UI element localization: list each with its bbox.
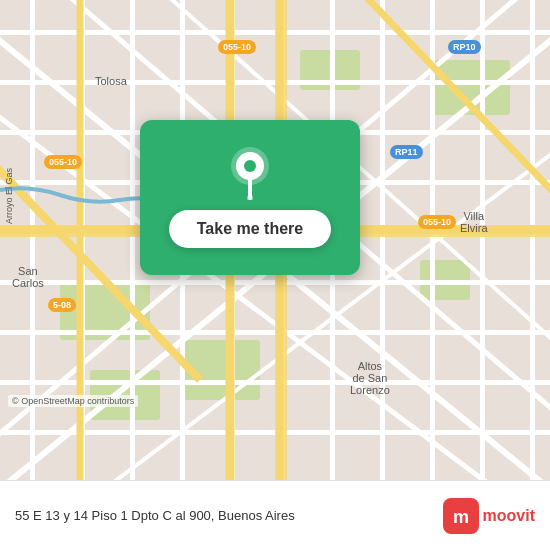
badge-5-08: 5-08 bbox=[48, 298, 76, 312]
location-pin-icon bbox=[225, 148, 275, 198]
badge-rp11: RP11 bbox=[390, 145, 423, 159]
address-text: 55 E 13 y 14 Piso 1 Dpto C al 900, Bueno… bbox=[15, 508, 443, 523]
badge-055-10-2: 055-10 bbox=[44, 155, 82, 169]
svg-rect-25 bbox=[480, 0, 485, 480]
badge-055-10-3: 055-10 bbox=[418, 215, 456, 229]
bottom-bar: 55 E 13 y 14 Piso 1 Dpto C al 900, Bueno… bbox=[0, 480, 550, 550]
moovit-text: moovit bbox=[483, 507, 535, 525]
svg-rect-26 bbox=[530, 0, 535, 480]
svg-point-47 bbox=[247, 195, 253, 200]
badge-rp10: RP10 bbox=[448, 40, 481, 54]
badge-055-10-1: 055-10 bbox=[218, 40, 256, 54]
moovit-logo: m moovit bbox=[443, 498, 535, 534]
osm-credit: © OpenStreetMap contributors bbox=[8, 395, 138, 407]
cta-overlay: Take me there bbox=[140, 120, 360, 275]
moovit-icon: m bbox=[443, 498, 479, 534]
take-me-there-button[interactable]: Take me there bbox=[169, 210, 331, 248]
svg-point-46 bbox=[244, 160, 256, 172]
svg-text:m: m bbox=[453, 507, 469, 527]
map-view: Tolosa VillaElvira SanCarlos Altosde San… bbox=[0, 0, 550, 480]
svg-rect-18 bbox=[130, 0, 135, 480]
